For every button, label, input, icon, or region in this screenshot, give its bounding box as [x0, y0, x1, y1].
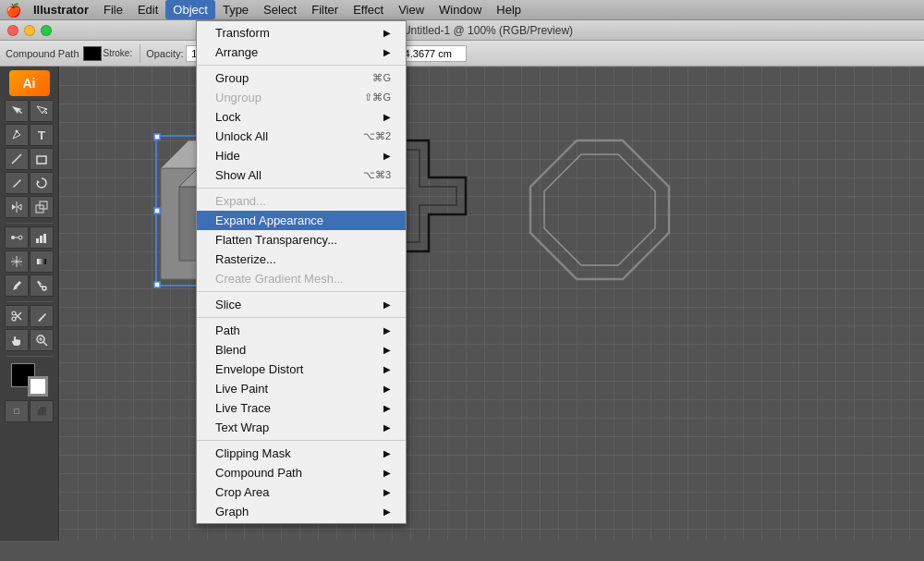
- window-title: Untitled-1 @ 100% (RGB/Preview): [59, 24, 917, 37]
- svg-line-22: [43, 342, 47, 346]
- menu-sep5: [197, 440, 406, 441]
- submenu-arrow-lock: ▶: [383, 112, 391, 122]
- shape-tool[interactable]: [30, 148, 54, 170]
- svg-point-6: [11, 236, 15, 239]
- toolbox: Ai T: [0, 67, 59, 541]
- title-bar: Untitled-1 @ 100% (RGB/Preview): [0, 20, 924, 41]
- screen-mode[interactable]: ⬛: [30, 400, 54, 422]
- menu-item-lock[interactable]: Lock ▶: [197, 107, 406, 127]
- color-swatches: [11, 363, 48, 396]
- menu-item-group[interactable]: Group ⌘G: [197, 68, 406, 88]
- tool-group-more: [4, 196, 55, 218]
- shortcut-show-all: ⌥⌘3: [363, 169, 391, 181]
- zoom-tool[interactable]: [30, 329, 54, 351]
- traffic-lights: [7, 25, 52, 36]
- menu-item-envelope-distort[interactable]: Envelope Distort ▶: [197, 360, 406, 379]
- submenu-arrow-envelope: ▶: [383, 364, 391, 374]
- svg-point-18: [12, 317, 16, 321]
- menu-item-blend[interactable]: Blend ▶: [197, 340, 406, 360]
- menu-bar: 🍎 Illustrator File Edit Object Type Sele…: [0, 0, 924, 20]
- menu-effect[interactable]: Effect: [346, 0, 391, 19]
- menu-filter[interactable]: Filter: [304, 0, 346, 19]
- fill-swatch[interactable]: [83, 46, 102, 61]
- menu-item-rasterize[interactable]: Rasterize...: [197, 250, 406, 269]
- menu-bar-items: Illustrator File Edit Object Type Select…: [26, 0, 529, 19]
- stroke-label: Stroke:: [103, 48, 133, 58]
- pencil-tool[interactable]: [5, 172, 29, 194]
- menu-file[interactable]: File: [96, 0, 130, 19]
- menu-item-expand[interactable]: Expand...: [197, 191, 406, 211]
- tool-group-paint: [4, 172, 55, 194]
- rotate-tool[interactable]: [30, 172, 54, 194]
- menu-select[interactable]: Select: [256, 0, 304, 19]
- submenu-arrow-live-paint: ▶: [383, 384, 391, 394]
- close-button[interactable]: [7, 25, 18, 36]
- menu-item-slice[interactable]: Slice ▶: [197, 295, 406, 314]
- stroke-color[interactable]: [28, 376, 48, 396]
- menu-item-compound-path[interactable]: Compound Path ▶: [197, 463, 406, 482]
- scale-tool[interactable]: [30, 196, 54, 218]
- menu-item-live-trace[interactable]: Live Trace ▶: [197, 398, 406, 418]
- svg-point-17: [12, 311, 16, 315]
- menu-item-ungroup[interactable]: Ungroup ⇧⌘G: [197, 88, 406, 107]
- tool-group-shape: [4, 148, 55, 170]
- menu-item-text-wrap[interactable]: Text Wrap ▶: [197, 418, 406, 437]
- type-tool[interactable]: T: [30, 124, 54, 146]
- object-menu: Transform ▶ Arrange ▶ Group ⌘G Ungroup ⇧…: [196, 20, 407, 524]
- gradient-tool[interactable]: [30, 250, 54, 273]
- svg-rect-9: [36, 238, 39, 243]
- menu-help[interactable]: Help: [489, 0, 529, 19]
- menu-sep3: [197, 291, 406, 292]
- knife-tool[interactable]: [30, 305, 54, 327]
- line-tool[interactable]: [5, 148, 29, 170]
- menu-item-arrange[interactable]: Arrange ▶: [197, 43, 406, 62]
- menu-item-transform[interactable]: Transform ▶: [197, 23, 406, 43]
- menu-item-graph[interactable]: Graph ▶: [197, 502, 406, 521]
- menu-illustrator[interactable]: Illustrator: [26, 0, 96, 19]
- svg-point-0: [16, 130, 18, 133]
- toolbar-sep1: [140, 44, 140, 63]
- menu-item-crop-area[interactable]: Crop Area ▶: [197, 482, 406, 502]
- mirror-tool[interactable]: [5, 196, 29, 218]
- menu-edit[interactable]: Edit: [130, 0, 165, 19]
- opacity-label: Opacity:: [146, 48, 183, 59]
- selection-tool[interactable]: [5, 100, 29, 122]
- compound-path-label: Compound Path: [6, 48, 79, 59]
- tool-group-misc: [4, 226, 55, 249]
- w-input[interactable]: [402, 45, 467, 62]
- menu-item-hide[interactable]: Hide ▶: [197, 146, 406, 165]
- mesh-tool[interactable]: [5, 250, 29, 273]
- menu-item-show-all[interactable]: Show All ⌥⌘3: [197, 165, 406, 185]
- apple-menu[interactable]: 🍎: [4, 0, 22, 20]
- paintbucket-tool[interactable]: [30, 274, 54, 297]
- menu-object[interactable]: Object: [165, 0, 215, 19]
- menu-window[interactable]: Window: [432, 0, 489, 19]
- submenu-arrow-compound: ▶: [383, 468, 391, 478]
- hand-tool[interactable]: [5, 329, 29, 351]
- pen-tool[interactable]: [5, 124, 29, 146]
- menu-item-create-gradient-mesh[interactable]: Create Gradient Mesh...: [197, 269, 406, 288]
- normal-mode[interactable]: □: [5, 400, 29, 422]
- maximize-button[interactable]: [41, 25, 52, 36]
- menu-item-expand-appearance[interactable]: Expand Appearance: [197, 211, 406, 230]
- menu-item-flatten-transparency[interactable]: Flatten Transparency...: [197, 230, 406, 250]
- eyedropper-tool[interactable]: [5, 274, 29, 297]
- submenu-arrow-slice: ▶: [383, 299, 391, 310]
- submenu-arrow-path: ▶: [383, 325, 391, 335]
- menu-type[interactable]: Type: [215, 0, 256, 19]
- menu-item-unlock-all[interactable]: Unlock All ⌥⌘2: [197, 127, 406, 146]
- shape-octagon: [530, 140, 669, 279]
- direct-selection-tool[interactable]: [30, 100, 54, 122]
- submenu-arrow-arrange: ▶: [383, 47, 391, 57]
- menu-item-clipping-mask[interactable]: Clipping Mask ▶: [197, 444, 406, 463]
- scissors-tool[interactable]: [5, 305, 29, 327]
- menu-item-path[interactable]: Path ▶: [197, 321, 406, 340]
- tool-group-scissors: [4, 305, 55, 327]
- menu-item-live-paint[interactable]: Live Paint ▶: [197, 379, 406, 398]
- menu-view[interactable]: View: [391, 0, 432, 19]
- submenu-arrow-hide: ▶: [383, 151, 391, 161]
- minimize-button[interactable]: [24, 25, 35, 36]
- chart-tool[interactable]: [30, 226, 54, 249]
- svg-rect-35: [154, 208, 160, 213]
- blend-tool[interactable]: [5, 226, 29, 249]
